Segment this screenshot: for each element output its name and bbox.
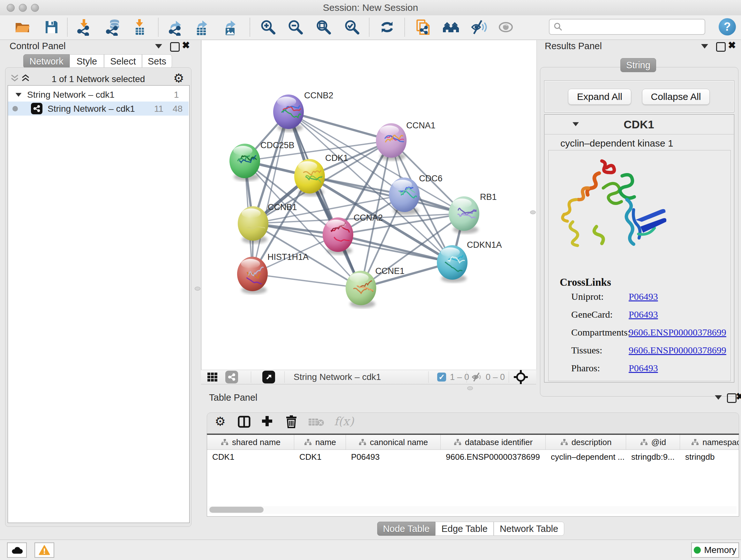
clone-network-button[interactable] bbox=[413, 18, 432, 37]
selected-checkbox-icon[interactable]: ✓ bbox=[437, 373, 446, 381]
collapse-all-button[interactable]: Collapse All bbox=[642, 89, 710, 105]
column-header-namespace[interactable]: namespace bbox=[680, 435, 739, 449]
show-graphics-details-button[interactable] bbox=[496, 18, 515, 37]
network-canvas[interactable]: CCNB2CCNA1CDC25BCDK1CDC6RB1CCNB1CCNA2CDK… bbox=[201, 40, 537, 370]
column-header-shared-name[interactable]: shared name bbox=[207, 435, 294, 449]
string-view-button[interactable] bbox=[225, 371, 238, 383]
bottom-splitter-handle[interactable] bbox=[467, 386, 473, 390]
create-column-button[interactable] bbox=[261, 415, 273, 428]
fit-selected-button[interactable] bbox=[514, 370, 528, 384]
table-horizontal-scrollbar[interactable] bbox=[208, 506, 737, 514]
tab-style[interactable]: Style bbox=[70, 54, 104, 68]
node-label-CDC25B: CDC25B bbox=[260, 140, 294, 150]
export-table-button[interactable] bbox=[193, 18, 211, 37]
collection-expand-icon[interactable] bbox=[16, 93, 22, 97]
protein-section-header[interactable]: CDK1 bbox=[544, 114, 734, 134]
expand-all-button[interactable]: Expand All bbox=[568, 89, 631, 105]
delete-columns-button[interactable] bbox=[285, 414, 298, 428]
tab-select[interactable]: Select bbox=[104, 54, 142, 68]
node-label-CDC6: CDC6 bbox=[419, 174, 443, 183]
help-button[interactable]: ? bbox=[719, 18, 736, 36]
tab-edge-table[interactable]: Edge Table bbox=[435, 522, 494, 536]
grid-view-button[interactable] bbox=[207, 371, 218, 383]
zoom-selected-button[interactable] bbox=[343, 18, 361, 37]
export-image-button[interactable] bbox=[221, 18, 240, 37]
collection-label: String Network – cdk1 bbox=[27, 90, 115, 100]
zoom-fit-button[interactable] bbox=[314, 18, 333, 37]
node-CCNE1[interactable]: CCNE1 bbox=[346, 266, 405, 308]
control-panel-float-button[interactable] bbox=[170, 42, 180, 52]
houses-icon bbox=[442, 18, 460, 36]
network-options-gear-icon[interactable]: ⚙ bbox=[173, 72, 184, 84]
control-panel-menu-icon[interactable] bbox=[155, 44, 162, 49]
results-panel-menu-icon[interactable] bbox=[701, 44, 708, 49]
zoom-in-button[interactable] bbox=[259, 18, 277, 37]
network-row-selected[interactable]: String Network – cdk1 11 48 bbox=[8, 102, 189, 116]
tab-string[interactable]: String bbox=[620, 58, 656, 72]
hide-enhanced-labels-button[interactable] bbox=[469, 18, 488, 37]
node-RB1[interactable]: RB1 bbox=[449, 192, 497, 234]
hidden-toggle-button[interactable] bbox=[471, 372, 483, 382]
table-panel-menu-icon[interactable] bbox=[715, 395, 722, 400]
table-row[interactable]: CDK1CDK1P064939606.ENSP00000378699cyclin… bbox=[207, 450, 739, 464]
crosslink-value-link[interactable]: P06493 bbox=[629, 291, 658, 302]
column-header--id[interactable]: @id bbox=[626, 435, 680, 449]
table-settings-gear-icon[interactable]: ⚙ bbox=[215, 415, 226, 428]
import-network-database-button[interactable] bbox=[104, 18, 123, 37]
control-panel-close-button[interactable]: ✖ bbox=[182, 42, 190, 49]
left-splitter-handle[interactable] bbox=[195, 287, 200, 291]
column-header-name[interactable]: name bbox=[294, 435, 346, 449]
crosslink-value-link[interactable]: P06493 bbox=[629, 363, 658, 374]
save-session-button[interactable] bbox=[42, 18, 61, 37]
node-CDC6[interactable]: CDC6 bbox=[389, 174, 443, 215]
table-panel-float-button[interactable] bbox=[727, 393, 737, 403]
crosslink-value-link[interactable]: P06493 bbox=[629, 309, 658, 320]
results-panel-close-button[interactable]: ✖ bbox=[728, 42, 736, 49]
string-network-badge-icon bbox=[31, 103, 43, 114]
scrollbar-thumb[interactable] bbox=[209, 507, 264, 513]
table-panel-close-button[interactable]: ✖ bbox=[736, 393, 741, 400]
column-header-database-identifier[interactable]: database identifier bbox=[441, 435, 546, 449]
open-folder-icon bbox=[14, 18, 31, 36]
database-icon bbox=[105, 18, 122, 36]
crosslink-value-link[interactable]: 9606.ENSP00000378699 bbox=[629, 345, 726, 356]
show-columns-button[interactable] bbox=[238, 415, 251, 428]
hidden-count: 0 – 0 bbox=[486, 372, 505, 382]
column-header-canonical-name[interactable]: canonical name bbox=[346, 435, 441, 449]
crosslink-value-link[interactable]: 9606.ENSP00000378699 bbox=[629, 327, 726, 338]
search-input[interactable] bbox=[563, 21, 692, 32]
window-title: Session: New Session bbox=[0, 2, 741, 13]
node-label-CCNE1: CCNE1 bbox=[375, 266, 405, 276]
tab-node-table[interactable]: Node Table bbox=[377, 522, 435, 536]
memory-button[interactable]: Memory bbox=[691, 543, 739, 558]
network-collection-row[interactable]: String Network – cdk1 1 bbox=[8, 88, 189, 102]
cloud-status-button[interactable] bbox=[7, 543, 27, 558]
birdseye-view-button[interactable] bbox=[262, 371, 275, 383]
delete-table-button[interactable] bbox=[308, 417, 325, 427]
network-row-label: String Network – cdk1 bbox=[48, 104, 135, 114]
tab-network-table[interactable]: Network Table bbox=[494, 522, 564, 536]
column-header-description[interactable]: description bbox=[546, 435, 626, 449]
external-arrow-icon bbox=[265, 373, 273, 381]
title-bar: Session: New Session bbox=[0, 0, 741, 16]
warnings-button[interactable] bbox=[35, 543, 54, 558]
right-splitter-handle[interactable] bbox=[530, 210, 536, 214]
node-CDKN1A[interactable]: CDKN1A bbox=[437, 240, 502, 283]
node-CDK1[interactable]: CDK1 bbox=[294, 153, 348, 196]
export-table-icon bbox=[193, 18, 211, 36]
node-HIST1H1A[interactable]: HIST1H1A bbox=[237, 252, 309, 294]
tab-sets[interactable]: Sets bbox=[142, 54, 172, 68]
network-graph[interactable]: CCNB2CCNA1CDC25BCDK1CDC6RB1CCNB1CCNA2CDK… bbox=[201, 40, 536, 370]
import-network-file-button[interactable] bbox=[75, 18, 93, 37]
tab-network[interactable]: Network bbox=[23, 54, 70, 68]
refresh-button[interactable] bbox=[378, 18, 396, 37]
toolbar-divider bbox=[158, 18, 158, 37]
function-builder-button[interactable]: f(x) bbox=[334, 415, 354, 428]
import-table-button[interactable] bbox=[130, 18, 149, 37]
export-network-button[interactable] bbox=[167, 18, 185, 37]
results-panel-float-button[interactable] bbox=[716, 42, 726, 52]
zoom-out-button[interactable] bbox=[286, 18, 305, 37]
toolbar-divider bbox=[369, 18, 369, 37]
open-session-button[interactable] bbox=[13, 18, 31, 37]
string-home-button[interactable] bbox=[442, 18, 460, 37]
